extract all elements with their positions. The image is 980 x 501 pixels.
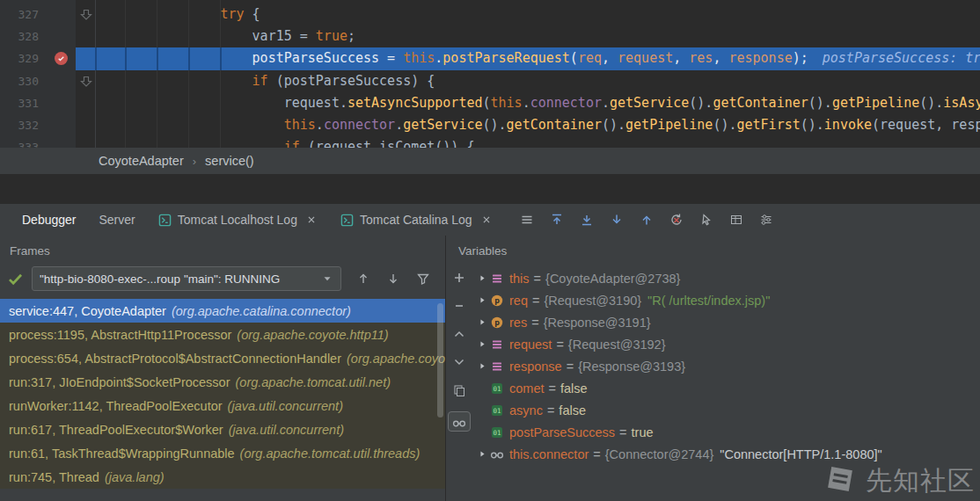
tab-server[interactable]: Server <box>88 204 147 236</box>
move-watch-down-icon[interactable] <box>452 355 467 370</box>
breakpoint-icon[interactable] <box>55 52 68 65</box>
tab-tomcat-localhost-log[interactable]: Tomcat Localhost Log <box>147 204 329 236</box>
variable-string-value: "Connector[HTTP/1.1-8080]" <box>720 447 881 461</box>
frame-row[interactable]: run:745, Thread(java.lang) <box>0 465 445 489</box>
console-icon <box>340 214 354 227</box>
code-token: . <box>523 95 530 111</box>
variable-string-value: "R( /urltest/index.jsp)" <box>647 294 770 308</box>
previous-frame-icon[interactable] <box>356 272 370 286</box>
line-number[interactable]: 333 <box>0 136 76 148</box>
code-editor[interactable]: 327try {328var15 = true;329postParseSucc… <box>0 0 980 148</box>
expand-arrow-icon[interactable] <box>474 273 490 283</box>
line-number[interactable]: 331 <box>0 92 76 114</box>
line-number[interactable]: 327 <box>0 4 76 25</box>
code-token: . <box>395 117 403 133</box>
xianzhi-logo-icon <box>823 462 857 499</box>
variable-name: comet <box>509 381 545 396</box>
fold-marker-icon[interactable] <box>79 7 93 21</box>
close-icon[interactable] <box>305 214 318 226</box>
variable-row[interactable]: response={Response@3193} <box>474 355 980 377</box>
frame-row[interactable]: runWorker:1142, ThreadPoolExecutor(java.… <box>0 394 445 418</box>
variable-row[interactable]: request={Request@3192} <box>474 333 980 355</box>
thread-selector[interactable]: "http-bio-8080-exec-...roup "main": RUNN… <box>32 266 341 291</box>
duplicate-watch-icon[interactable] <box>452 383 467 398</box>
frame-label: run:617, ThreadPoolExecutor$Worker <box>9 423 223 437</box>
variable-row[interactable]: 01async=false <box>474 399 980 421</box>
show-watches-icon[interactable] <box>452 416 466 428</box>
code-token: , resp <box>935 117 980 133</box>
expand-arrow-icon[interactable] <box>474 449 490 459</box>
frames-toolbar <box>356 272 430 286</box>
code-token: getPipeline <box>625 117 713 133</box>
code-token: ); <box>793 50 808 66</box>
frame-label: run:317, JIoEndpoint$SocketProcessor <box>9 375 230 389</box>
line-number[interactable]: 328 <box>0 25 76 47</box>
clear-icon[interactable] <box>669 213 684 228</box>
show-watches-icon-toggle[interactable] <box>448 411 471 432</box>
frame-row[interactable]: process:654, AbstractProtocol$AbstractCo… <box>0 346 445 370</box>
indent-guide <box>95 47 97 69</box>
variable-value: false <box>559 403 586 418</box>
frame-row[interactable]: process:1195, AbstractHttp11Processor(or… <box>0 323 445 346</box>
expand-arrow-icon[interactable] <box>474 295 490 305</box>
code-token: request <box>618 50 673 66</box>
frames-scrollbar[interactable] <box>437 303 443 418</box>
line-number[interactable]: 330 <box>0 70 76 92</box>
variable-row[interactable]: preq={Request@3190}"R( /urltest/index.js… <box>474 289 980 311</box>
line-number[interactable]: 329 <box>0 47 76 69</box>
scroll-to-top-icon[interactable] <box>550 213 565 228</box>
code-text: postParseSuccess = this.postParseRequest… <box>76 47 980 69</box>
remove-watch-icon[interactable] <box>452 299 467 314</box>
equals-sign: = <box>534 272 541 286</box>
expand-arrow-icon[interactable] <box>474 361 490 371</box>
layout-grid-icon[interactable] <box>729 213 744 228</box>
fold-marker-icon[interactable] <box>79 74 93 88</box>
expand-arrow-icon[interactable] <box>474 339 490 349</box>
frame-row[interactable]: service:447, CoyoteAdapter(org.apache.ca… <box>0 299 445 323</box>
equals-sign: = <box>567 359 574 374</box>
tab-tomcat-catalina-log[interactable]: Tomcat Catalina Log <box>329 204 504 236</box>
add-watch-icon[interactable] <box>452 271 467 286</box>
variable-row[interactable]: this={CoyoteAdapter@2738} <box>474 267 980 289</box>
breadcrumb-item[interactable]: service() <box>205 154 254 168</box>
code-token: ( <box>483 95 491 111</box>
tab-debugger[interactable]: Debugger <box>11 204 88 236</box>
variable-row[interactable]: 01postParseSuccess=true <box>474 421 980 443</box>
code-token: . <box>316 117 324 133</box>
filter-sliders-icon[interactable] <box>759 213 774 228</box>
download-icon[interactable] <box>610 213 625 228</box>
hamburger-menu-icon[interactable] <box>520 213 535 228</box>
variable-row[interactable]: 01comet=false <box>474 377 980 399</box>
indent-guide <box>125 47 127 69</box>
code-token: this <box>403 50 435 66</box>
move-watch-up-icon[interactable] <box>452 327 467 342</box>
code-token: . <box>602 95 610 111</box>
code-token: response <box>728 50 792 66</box>
code-token: postParseSuccess = <box>252 50 404 66</box>
variable-row[interactable]: pres={Response@3191} <box>474 311 980 333</box>
frame-package: (org.apache.coyote) <box>347 352 445 366</box>
upload-icon[interactable] <box>640 213 655 228</box>
filter-frames-icon[interactable] <box>416 272 430 286</box>
tab-label: Server <box>99 213 135 227</box>
field-icon <box>490 359 509 374</box>
code-text: this.connector.getService().getContainer… <box>76 114 980 136</box>
frame-row[interactable]: run:61, TaskThread$WrappingRunnable(org.… <box>0 441 445 465</box>
expand-arrow-icon[interactable] <box>474 317 490 327</box>
breadcrumb-item[interactable]: CoyoteAdapter <box>99 154 184 168</box>
code-token: if <box>284 139 300 148</box>
line-number[interactable]: 332 <box>0 114 76 136</box>
frame-label: runWorker:1142, ThreadPoolExecutor <box>9 399 223 413</box>
frame-row[interactable]: run:317, JIoEndpoint$SocketProcessor(org… <box>0 370 445 394</box>
svg-text:01: 01 <box>493 407 501 415</box>
breadcrumb-separator-icon: › <box>193 155 196 168</box>
variable-value: {Request@3190} <box>544 294 641 308</box>
frame-row[interactable]: run:617, ThreadPoolExecutor$Worker(java.… <box>0 418 445 441</box>
close-icon[interactable] <box>480 214 493 226</box>
cursor-icon[interactable] <box>699 213 714 228</box>
scroll-to-bottom-icon[interactable] <box>580 213 595 228</box>
next-frame-icon[interactable] <box>386 272 400 286</box>
variable-name: response <box>509 359 562 374</box>
field-icon <box>490 338 509 352</box>
inline-debugger-hint: postParseSuccess: tr <box>808 50 980 66</box>
